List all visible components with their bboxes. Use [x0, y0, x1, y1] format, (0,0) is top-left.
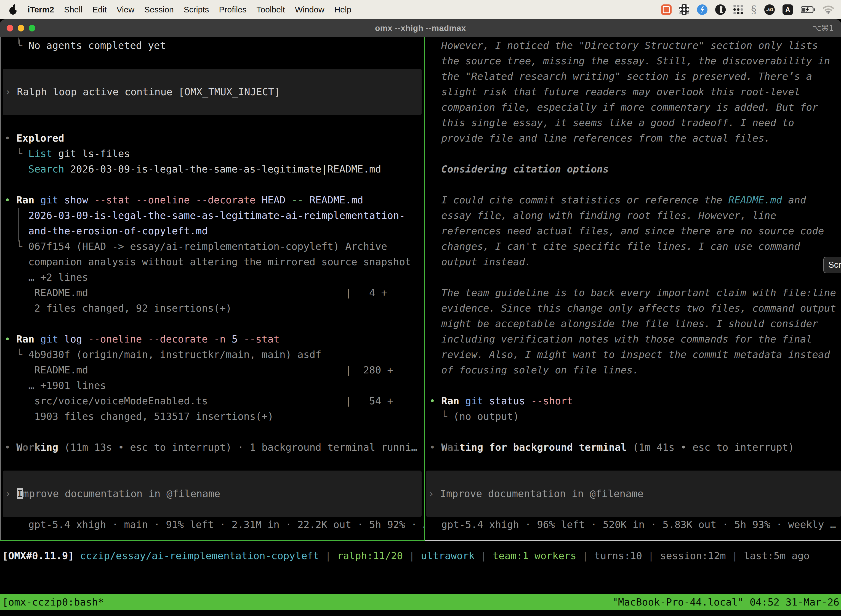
terminal-line: [429, 177, 836, 192]
pane-status-line-right: gpt-5.4 xhigh · 96% left · 520K in · 5.8…: [429, 517, 836, 532]
prompt-text: › Improve documentation in @filename: [426, 486, 643, 502]
pie-chart-icon[interactable]: [715, 4, 726, 15]
text-segment: evidence. Since this change only affects…: [429, 302, 836, 314]
text-segment: mprove documentation in @filename: [23, 488, 220, 499]
terminal-line: • Working (11m 13s • esc to interrupt) ·…: [4, 440, 417, 455]
text-segment: ting for background terminal: [459, 441, 627, 453]
input-source-icon[interactable]: A: [782, 4, 793, 15]
text-segment: team:1 workers: [492, 550, 576, 561]
text-segment: --decorate: [142, 333, 208, 345]
menubar-item-profiles[interactable]: Profiles: [219, 5, 246, 14]
text-segment: slight risk that future readers may over…: [429, 86, 800, 97]
text-segment: git ls-files: [52, 148, 130, 159]
terminal-line: companion analysis without altering the …: [4, 254, 417, 270]
screen-share-indicator[interactable]: Scre: [823, 257, 841, 273]
terminal-line: [4, 177, 417, 192]
window-titlebar: omx --xhigh --madmax ⌥⌘1: [0, 19, 841, 37]
pane-divider[interactable]: [424, 37, 425, 541]
terminal-line: Search 2026-03-09-is-legal-the-same-as-l…: [4, 161, 417, 177]
prompt-input-right[interactable]: › Improve documentation in @filename: [426, 471, 841, 517]
text-segment: log: [58, 333, 82, 345]
text-segment: (no output): [453, 411, 519, 422]
screen: { "menubar": { "items": [ {"label":"iTer…: [0, 0, 841, 616]
terminal-line: including verification notes with those …: [429, 331, 836, 347]
text-segment: --: [286, 194, 303, 205]
text-segment: |: [576, 550, 594, 561]
menubar-items: iTerm2ShellEditViewSessionScriptsProfile…: [28, 5, 351, 14]
terminal-line: › Improve documentation in @filename: [3, 486, 220, 502]
text-segment: of focusing solely on file lines.: [429, 364, 639, 375]
terminal-line: and-the-erosion-of-copyleft.md: [4, 223, 417, 239]
terminal-line: └ 4b9d30f (origin/main, instructkr/main,…: [4, 347, 417, 362]
terminal-line: 1903 files changed, 513517 insertions(+): [4, 409, 417, 424]
apple-menu-icon[interactable]: [8, 4, 18, 16]
terminal-line: [4, 424, 417, 440]
text-segment: W: [16, 441, 22, 453]
text-segment: Explored: [16, 132, 64, 144]
percent-badge-icon[interactable]: ..61: [764, 4, 775, 15]
text-segment: Ran: [16, 333, 34, 345]
menubar-item-shell[interactable]: Shell: [64, 5, 82, 14]
terminal-pane-left[interactable]: └ No agents completed yet• Explored └ Li…: [0, 37, 424, 540]
text-segment: companion file, especially if more comme…: [429, 101, 818, 113]
menubar-item-edit[interactable]: Edit: [92, 5, 107, 14]
text-segment: --decorate: [190, 194, 255, 205]
terminal-line: provide file and line references from th…: [429, 131, 836, 146]
terminal-line: gpt-5.4 xhigh · 96% left · 520K in · 5.8…: [429, 517, 836, 532]
text-segment: ›: [5, 86, 17, 97]
menubar-item-help[interactable]: Help: [334, 5, 352, 14]
terminal-line: 2026-03-09-is-legal-the-same-as-legitima…: [4, 208, 417, 223]
menubar-item-toolbelt[interactable]: Toolbelt: [256, 5, 285, 14]
text-segment: HEAD: [255, 194, 285, 205]
text-segment: Ran: [441, 395, 459, 406]
text-segment: might be acceptable alongside the file l…: [429, 318, 818, 329]
terminal-line: src/voice/voiceModeEnabled.ts | 54 +: [4, 393, 417, 409]
screenshot-icon[interactable]: [661, 4, 672, 15]
window-edge-highlight: [0, 37, 0, 541]
text-segment: |: [726, 550, 744, 561]
wifi-icon[interactable]: [823, 6, 834, 14]
terminal-line: The team guideline is to back every impo…: [429, 285, 836, 301]
menubar-item-session[interactable]: Session: [144, 5, 174, 14]
text-segment: README.md | 4 +: [4, 287, 387, 298]
terminal: └ No agents completed yet• Explored └ Li…: [0, 37, 841, 616]
text-segment: essay file, along with finding root file…: [429, 210, 776, 221]
text-segment: I: [17, 488, 23, 499]
text-segment: review. Also, I might want to inspect th…: [429, 349, 830, 360]
text-segment: |: [403, 550, 421, 561]
text-segment: --stat: [88, 194, 130, 205]
menubar-item-iterm2[interactable]: iTerm2: [28, 5, 54, 14]
shield-icon[interactable]: [679, 4, 689, 15]
pane-status-line-left: gpt-5.4 xhigh · main · 91% left · 2.31M …: [4, 517, 424, 532]
terminal-line: 2 files changed, 92 insertions(+): [4, 301, 417, 316]
terminal-pane-right[interactable]: However, I noticed the "Directory Struct…: [426, 37, 841, 540]
text-segment: I could cite commit statistics or refere…: [429, 194, 728, 205]
text-segment: └: [429, 411, 453, 422]
text-segment: status: [483, 395, 525, 406]
text-segment: --oneline: [130, 194, 190, 205]
text-segment: … +2 lines: [4, 271, 88, 283]
battery-icon[interactable]: [801, 6, 815, 13]
pane-border-bottom-right: [425, 540, 841, 541]
text-segment: 067f154 (HEAD -> essay/ai-reimplementati…: [28, 241, 387, 252]
menubar-item-view[interactable]: View: [117, 5, 134, 14]
text-segment: show: [58, 194, 88, 205]
terminal-line: slight risk that future readers may over…: [429, 84, 836, 100]
terminal-line: › Improve documentation in @filename: [426, 486, 643, 502]
text-segment: 1903 files changed, 513517 insertions(+): [4, 411, 273, 422]
menubar-item-scripts[interactable]: Scripts: [184, 5, 209, 14]
text-segment: •: [4, 194, 16, 205]
menubar-status-icons: § ..61 A: [661, 3, 834, 16]
squiggle-icon[interactable]: §: [751, 3, 757, 16]
menubar-item-window[interactable]: Window: [295, 5, 324, 14]
prompt-input-left[interactable]: › Improve documentation in @filename: [3, 471, 422, 517]
sync-badge-icon[interactable]: [697, 4, 708, 15]
terminal-line: the "Related research writing" section i…: [429, 69, 836, 84]
text-segment: |: [319, 550, 337, 561]
prompt-text: › Improve documentation in @filename: [3, 486, 220, 502]
dots-grid-icon[interactable]: [733, 5, 743, 15]
text-segment: |: [475, 550, 492, 561]
terminal-line: I could cite commit statistics or refere…: [429, 192, 836, 208]
text-segment: 4b9d30f (origin/main, instructkr/main, m…: [28, 349, 321, 360]
terminal-line: essay file, along with finding root file…: [429, 208, 836, 223]
